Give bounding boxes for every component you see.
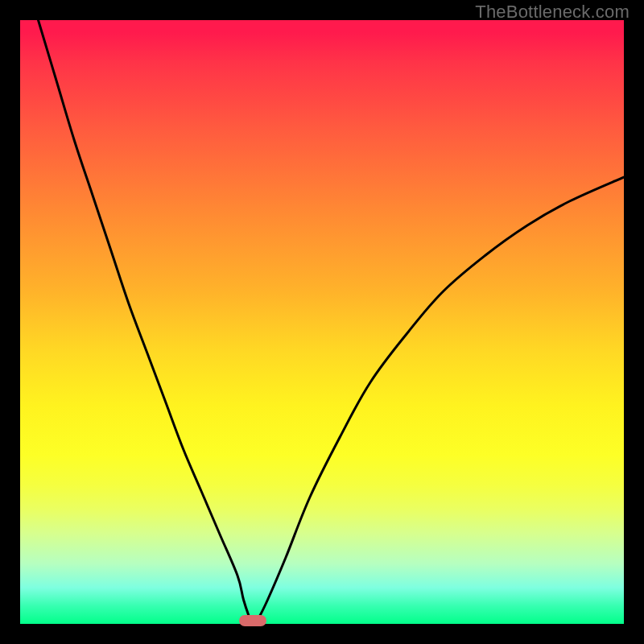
bottleneck-curve (20, 20, 624, 624)
optimal-marker (239, 615, 266, 626)
watermark-text: TheBottleneck.com (475, 2, 630, 23)
plot-area (20, 20, 624, 624)
